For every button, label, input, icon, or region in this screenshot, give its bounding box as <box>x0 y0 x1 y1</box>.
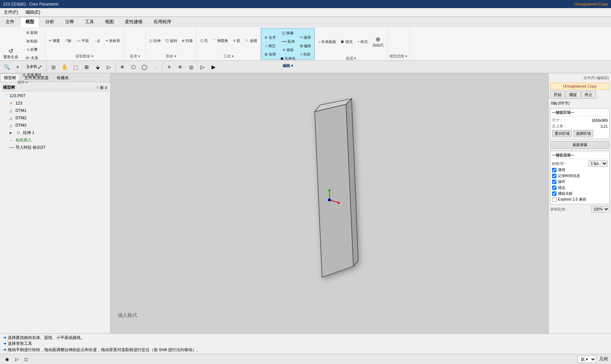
tab-favorites[interactable]: 收藏夹 <box>53 73 73 82</box>
checkbox-transparent[interactable] <box>552 168 556 172</box>
bottom-icon-3[interactable]: ◻ <box>22 355 30 363</box>
btn-extrude[interactable]: ◻ 拉伸 <box>147 37 163 45</box>
tab-model[interactable]: 模型 <box>20 17 40 27</box>
tool-shaded[interactable]: ⬚ <box>70 62 81 72</box>
btn-thicken[interactable]: ⊞ 加厚 <box>263 50 278 59</box>
btn-copy[interactable]: ⧉ 复制 <box>21 29 43 37</box>
btn-round[interactable]: ⌒ 倒圆角 <box>210 37 230 45</box>
tab-tools[interactable]: 工具 <box>80 17 99 27</box>
tree-item-dtm2[interactable]: △ DTM2 <box>1 114 109 121</box>
option-loop: 循环 <box>552 179 608 185</box>
ribbon-tabs: 文件 模型 分析 注释 工具 视图 柔性建模 应用程序 <box>0 17 611 27</box>
btn-merge[interactable]: ⊕ 合并 <box>263 33 278 42</box>
extrude-icon: ⬡ <box>15 130 21 135</box>
btn-revolve[interactable]: ◎ 旋转 <box>163 37 179 45</box>
bottom-icon-2[interactable]: ▷ <box>13 355 21 363</box>
status-line-3: ➜ 拖动手柄进行转转，拖动面调整拉伸的起点和长度，拖动背景对选取框进行定位（按 … <box>3 347 608 353</box>
arrow-right-icon: ▶ <box>8 130 14 135</box>
secondary-toolbar: 🔍 ＋ － ⤢ ◎ ✋ ⬚ ⊞ ⬙ ▷ ✳ ⬡ ◯ · × ✳ ◎ ▷ ▶ <box>0 61 611 73</box>
tool-wireframe[interactable]: ⊞ <box>81 62 92 72</box>
tab-annotation[interactable]: 注释 <box>60 17 80 27</box>
tree-item-root[interactable]: 📄 123.PRT <box>1 92 109 99</box>
btn-paste[interactable]: ⊞ 粘贴 <box>21 37 43 45</box>
checkbox-loop[interactable] <box>552 180 556 184</box>
tool-axis-display[interactable]: ⬡ <box>128 62 139 72</box>
tree-item-dtm3[interactable]: △ DTM3 <box>1 121 109 129</box>
insert-icon: → <box>8 137 14 143</box>
tool-dim-display[interactable]: × <box>164 62 174 72</box>
tab-analysis[interactable]: 分析 <box>40 17 60 27</box>
tab-flex[interactable]: 柔性建模 <box>119 17 148 27</box>
tree-item-import[interactable]: ⟿ 导入特征 标识37 <box>1 144 109 151</box>
btn-offset[interactable]: ⊞ 偏移 <box>298 42 313 50</box>
tab-apps[interactable]: 应用程序 <box>148 17 177 27</box>
checkbox-explorer[interactable] <box>552 197 556 202</box>
btn-params[interactable]: [] 参数 <box>21 63 43 71</box>
tool-something[interactable]: ▶ <box>208 62 219 72</box>
btn-style[interactable]: ~ 样式 <box>355 38 370 46</box>
tree-item-dtm1[interactable]: △ DTM1 <box>1 107 109 114</box>
btn-trim[interactable]: ✂ 修剪 <box>298 33 313 42</box>
btn-summary[interactable]: ✂ 摘要 <box>47 37 62 45</box>
btn-intersect[interactable]: ∩ 相交 <box>263 42 278 50</box>
tree-item-123[interactable]: ✳ 123 <box>1 99 109 107</box>
tool-appearance[interactable]: ▷ <box>197 62 207 72</box>
btn-fold[interactable]: ∿ 折叠 <box>21 46 43 54</box>
btn-extend[interactable]: ⟿ 延伸 <box>279 38 297 46</box>
tool-spin[interactable]: ◎ <box>48 62 59 72</box>
btn-freestyle[interactable]: ⊕ 自由式 <box>370 29 386 55</box>
area-buttons: 显示区域 选择区域 <box>552 130 608 137</box>
angle-label: 左上角： <box>552 124 567 129</box>
btn-start[interactable]: 开始 <box>550 91 565 99</box>
tool-annotation[interactable]: ✳ <box>175 62 185 72</box>
btn-draft[interactable]: ▷ 拔模 <box>243 37 259 45</box>
right-panel: 文件(F) 编辑(E) Unregistered Copy 开始 捕捉 停止 0… <box>548 73 611 333</box>
btn-relation[interactable]: d= 关系 <box>21 54 43 62</box>
checkbox-cursor[interactable] <box>552 191 556 196</box>
tool-point-display[interactable]: · <box>150 62 161 72</box>
btn-project[interactable]: ▿ 投影 <box>298 50 313 59</box>
label-explorer: Explorer 2.0 兼容 <box>558 197 586 202</box>
tab-file[interactable]: 文件 <box>0 17 20 27</box>
tree-item-insert[interactable]: → 在此插入 <box>1 136 109 144</box>
btn-plane[interactable]: — 平面 <box>75 37 91 45</box>
menu-file[interactable]: 文件(F) <box>0 8 22 16</box>
tab-view[interactable]: 视图 <box>99 17 119 27</box>
btn-shell[interactable]: ⬡ 壳 <box>198 37 210 45</box>
checkbox-record-time[interactable] <box>552 174 556 178</box>
ratio-select[interactable]: 100% 75% 50% <box>591 206 610 212</box>
tree-item-extrude1[interactable]: ▶ ⬡ 拉伸 1 <box>1 129 109 136</box>
menu-edit[interactable]: 编辑(E) <box>22 8 44 16</box>
btn-coord[interactable]: ⌖ 坐标系 <box>104 37 122 45</box>
btn-remove[interactable]: ✕ 移除 <box>279 46 297 54</box>
tool-perspective[interactable]: ▷ <box>104 62 114 72</box>
tree-controls: ↑ ⊞ ≡ <box>96 85 107 90</box>
btn-axis[interactable]: / 轴 <box>63 37 74 45</box>
btn-capture[interactable]: 捕捉 <box>566 91 580 99</box>
tool-pan[interactable]: ✋ <box>59 62 70 72</box>
separator-2 <box>115 63 116 71</box>
btn-fill[interactable]: ▣ 填充 <box>339 38 355 46</box>
tree-item-label: DTM1 <box>15 108 27 113</box>
btn-stop[interactable]: 停止 <box>581 91 596 99</box>
bottom-icon-1[interactable]: ◉ <box>3 355 11 363</box>
tool-layer[interactable]: ◎ <box>186 62 196 72</box>
btn-refresh-screen[interactable]: 刷新屏幕 <box>550 141 610 149</box>
btn-select-area[interactable]: 选择区域 <box>573 130 593 137</box>
viewport[interactable]: 插入模式 <box>111 73 548 333</box>
btn-foreign-surface[interactable]: ⌂ 外来曲面 <box>316 38 338 46</box>
btn-point[interactable]: · 点 <box>91 37 103 45</box>
btn-mirror[interactable]: ◫ 镜像 <box>279 29 297 37</box>
btn-display-area[interactable]: 显示区域 <box>552 130 572 137</box>
btn-rib[interactable]: ≡ 筋 <box>231 37 242 45</box>
tool-csys-display[interactable]: ◯ <box>139 62 150 72</box>
btn-regenerate[interactable]: ↺ 重新生成 <box>1 41 20 67</box>
btn-sweep[interactable]: ⊕ 扫描 <box>180 37 195 45</box>
btn-solidify[interactable]: ◼ 实体化 <box>279 54 297 63</box>
mouse-dropdown[interactable]: 鼠 ▾ <box>577 356 596 363</box>
btn-mass[interactable]: ⚖ 质量属性 <box>21 71 43 79</box>
checkbox-stroke[interactable] <box>552 185 556 190</box>
tool-datum-display[interactable]: ✳ <box>117 62 128 72</box>
fps-select[interactable]: 1 fps 5 fps 10 fps <box>589 160 608 167</box>
tool-hidden[interactable]: ⬙ <box>92 62 103 72</box>
